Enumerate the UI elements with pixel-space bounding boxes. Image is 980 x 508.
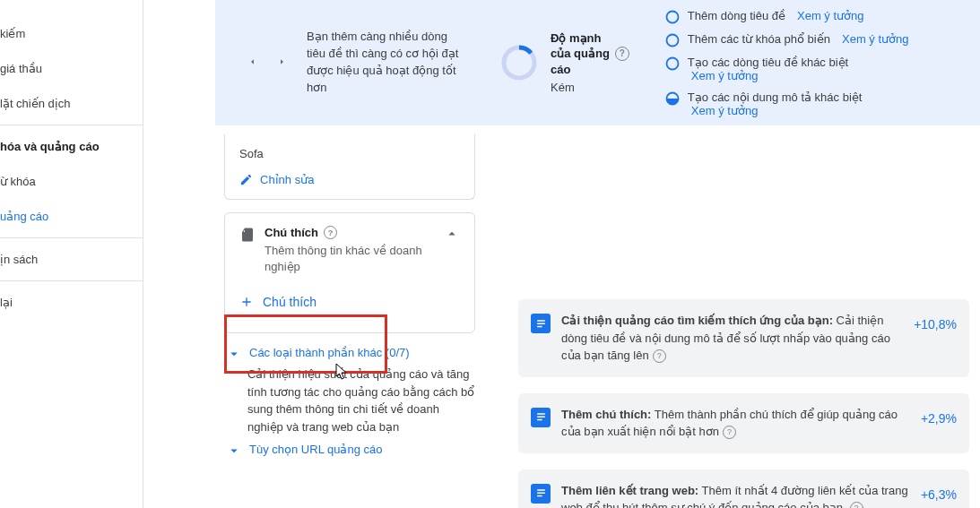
note-card: Chú thích ? Thêm thông tin khác về doanh… [224,212,475,333]
left-sidebar: kiếm giá thầu lặt chiến dịch hóa và quản… [0,0,143,508]
help-icon[interactable]: ? [324,226,337,239]
mouse-cursor-icon [335,363,348,381]
rec-title-1: Thêm chú thích: [561,408,651,421]
recommendation-icon [531,484,551,504]
note-subtitle: Thêm thông tin khác về doanh nghiệp [265,243,444,275]
rec-card-2[interactable]: Thêm liên kết trang web: Thêm ít nhất 4 … [518,469,969,509]
edit-label: Chỉnh sửa [260,173,314,186]
check-half-icon [665,91,680,106]
help-icon[interactable]: ? [615,47,629,61]
svg-point-3 [666,34,678,46]
add-note-label: Chú thích [263,295,317,309]
check-empty-icon [665,56,680,71]
sidebar-item-7[interactable]: lại [0,285,143,320]
right-column: Cải thiện quảng cáo tìm kiếm thích ứng c… [518,134,969,508]
svg-point-4 [666,57,678,69]
sidebar-item-3[interactable]: hóa và quảng cáo [0,129,143,164]
gauge-icon [500,44,538,82]
ad-strength-block: Độ mạnh của quảng ? cáo Kém [500,30,629,95]
next-arrow-icon[interactable] [277,55,287,72]
help-icon[interactable]: ? [850,502,863,508]
rec-pct-0: +10,8% [914,312,957,331]
left-column: Sofa Chỉnh sửa Chú thích ? [224,134,475,508]
ad-group-name: Sofa [239,147,460,160]
more-components-label: Các loại thành phần khác (0/7) [249,346,410,359]
strength-suggestions: Thêm dòng tiêu đề Xem ý tưởng Thêm các t… [665,9,909,117]
chevron-down-icon [226,346,242,362]
svg-point-2 [666,11,678,22]
prev-arrow-icon[interactable] [247,55,257,72]
sugg-text-3: Tạo các nội dung mô tả khác biệt [688,90,863,104]
edit-button[interactable]: Chỉnh sửa [239,173,460,186]
rec-title-2: Thêm liên kết trang web: [561,484,698,497]
check-empty-icon [665,10,680,24]
chevron-down-icon [226,443,242,459]
sidebar-item-6[interactable]: ịn sách [0,242,143,277]
strength-label-line3: cáo [551,62,570,78]
ad-group-card: Sofa Chỉnh sửa [224,134,475,200]
url-options-toggle[interactable]: Tùy chọn URL quảng cáo [226,443,475,459]
more-components-desc: Cải thiện hiệu suất của quảng cáo và tăn… [247,366,475,435]
sugg-link-1[interactable]: Xem ý tưởng [842,32,909,46]
sidebar-item-2[interactable]: lặt chiến dịch [0,86,143,121]
sugg-link-2[interactable]: Xem ý tưởng [691,69,848,82]
recommendation-icon [531,408,551,427]
note-icon [239,227,256,243]
sidebar-item-0[interactable]: kiếm [0,16,143,51]
main-area: Bạn thêm càng nhiều dòng tiêu đề thì càn… [143,0,980,508]
help-icon[interactable]: ? [653,349,666,363]
sugg-link-3[interactable]: Xem ý tưởng [691,104,863,117]
rec-card-1[interactable]: Thêm chú thích: Thêm thành phần chú thíc… [518,393,969,453]
rec-pct-1: +2,9% [921,406,957,426]
sidebar-divider-0 [0,125,143,125]
url-options-label: Tùy chọn URL quảng cáo [249,443,382,456]
banner-tip-text: Bạn thêm càng nhiều dòng tiêu đề thì càn… [307,29,468,96]
sugg-text-1: Thêm các từ khóa phổ biến [688,32,830,46]
check-empty-icon [665,33,680,47]
rec-card-0[interactable]: Cải thiện quảng cáo tìm kiếm thích ứng c… [518,299,969,377]
chevron-up-icon[interactable] [444,226,460,245]
sugg-link-0[interactable]: Xem ý tưởng [797,9,864,22]
sidebar-item-5[interactable]: uảng cáo [0,199,143,234]
more-components-toggle[interactable]: Các loại thành phần khác (0/7) [226,346,475,362]
sidebar-divider-2 [0,280,143,281]
strength-rating: Kém [551,80,629,96]
help-icon[interactable]: ? [723,426,736,439]
note-title: Chú thích [265,226,318,239]
sugg-text-0: Thêm dòng tiêu đề [688,9,785,22]
sidebar-divider-1 [0,237,143,238]
ad-strength-banner: Bạn thêm càng nhiều dòng tiêu đề thì càn… [215,0,980,125]
rec-title-0: Cải thiện quảng cáo tìm kiếm thích ứng c… [561,314,833,327]
sugg-text-2: Tạo các dòng tiêu đề khác biệt [688,56,848,69]
plus-icon [239,295,254,309]
strength-label-line2: của quảng [551,46,610,62]
strength-label-line1: Độ mạnh [551,30,601,47]
rec-pct-2: +6,3% [921,482,957,502]
recommendation-icon [531,314,551,333]
sidebar-item-1[interactable]: giá thầu [0,51,143,86]
sidebar-item-4[interactable]: ừ khóa [0,164,143,199]
pencil-icon [239,173,253,186]
add-note-button[interactable]: Chú thích [239,295,460,309]
